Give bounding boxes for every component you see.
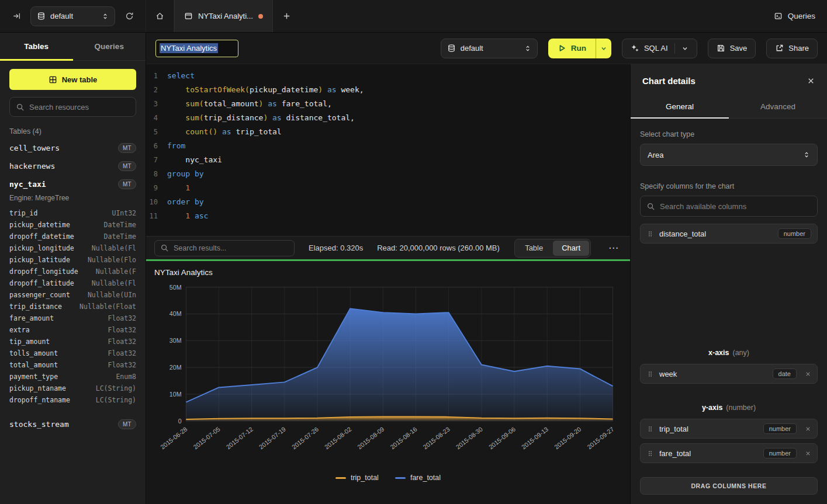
results-search-input[interactable] [174,244,289,252]
column-item-dropoff_latitude[interactable]: dropoff_latitude Nullable(Fl [9,277,136,289]
code-text: toStartOfWeek(pickup_datetime) as week, [167,83,364,97]
close-panel-button[interactable] [807,77,815,85]
svg-text:30M: 30M [169,337,182,344]
code-line[interactable]: 11 1 asc [146,209,630,223]
query-tab-nytaxi-analytics[interactable]: NYTaxi Analyti... [174,0,273,32]
column-item-pickup_ntaname[interactable]: pickup_ntaname LC(String) [9,383,136,394]
column-item-extra[interactable]: extra Float32 [9,324,136,336]
column-item-tip_amount[interactable]: tip_amount Float32 [9,336,136,347]
line-number: 6 [146,139,167,153]
drag-handle-icon[interactable] [646,425,654,433]
column-item-pickup_datetime[interactable]: pickup_datetime DateTime [9,219,136,231]
panel-tab-advanced[interactable]: Advanced [729,95,827,118]
column-chip-trip_total[interactable]: trip_total number [640,419,818,439]
share-button[interactable]: Share [766,39,818,58]
run-options-button[interactable] [596,39,611,58]
column-item-pickup_longitude[interactable]: pickup_longitude Nullable(Fl [9,242,136,254]
code-line[interactable]: 3 sum(total_amount) as fare_total, [146,97,630,111]
table-item-hackernews[interactable]: hackernews MT [0,157,146,175]
new-table-button[interactable]: New table [9,69,136,90]
legend-item-trip_total[interactable]: trip_total [335,474,379,482]
view-toggle-chart[interactable]: Chart [553,241,589,256]
sidebar-tab-tables[interactable]: Tables [0,33,73,60]
sidebar-search-input[interactable] [29,103,130,112]
code-line[interactable]: 5 count() as trip_total [146,125,630,139]
column-item-dropoff_ntaname[interactable]: dropoff_ntaname LC(String) [9,394,136,406]
column-item-pickup_latitude[interactable]: pickup_latitude Nullable(Flo [9,254,136,266]
code-line[interactable]: 10order by [146,195,630,209]
line-number: 2 [146,83,167,97]
code-line[interactable]: 9 1 [146,181,630,195]
more-options-button[interactable]: ⋯ [605,243,622,253]
collapse-sidebar-icon [12,12,21,20]
sidebar-tab-queries[interactable]: Queries [73,33,146,60]
legend-item-fare_total[interactable]: fare_total [395,474,441,482]
sql-editor[interactable]: 1select2 toStartOfWeek(pickup_datetime) … [146,64,630,236]
code-line[interactable]: 8group by [146,167,630,181]
view-toggle-table[interactable]: Table [516,241,552,256]
caret-down-icon [600,45,607,52]
query-title-input[interactable]: NYTaxi Analytics [155,40,238,57]
caret-down-icon [681,45,688,52]
save-button[interactable]: Save [708,39,756,58]
chart-canvas: 010M20M30M40M50M2015-06-282015-07-052015… [154,280,622,471]
column-item-dropoff_datetime[interactable]: dropoff_datetime DateTime [9,231,136,242]
code-line[interactable]: 4 sum(trip_distance) as distance_total, [146,111,630,125]
view-toggle: TableChart [514,239,591,258]
remove-column-button[interactable] [805,426,811,432]
home-tab[interactable] [146,0,174,32]
topbar-database-selector[interactable]: default [30,6,115,26]
remove-column-button[interactable] [805,450,811,457]
query-title-selected-text: NYTaxi Analytics [160,43,218,53]
column-item-tolls_amount[interactable]: tolls_amount Float32 [9,347,136,359]
code-line[interactable]: 6from [146,139,630,153]
column-item-trip_id[interactable]: trip_id UInt32 [9,207,136,219]
table-item-nyc_taxi[interactable]: nyc_taxi MT [0,175,146,193]
svg-text:2015-08-23: 2015-08-23 [421,425,451,450]
column-chip-fare_total[interactable]: fare_total number [640,443,818,463]
column-item-fare_amount[interactable]: fare_amount Float32 [9,312,136,324]
queries-button-label: Queries [788,12,815,20]
code-line[interactable]: 1select [146,69,630,83]
query-database-value: default [461,44,520,53]
run-button-group: Run [548,39,611,58]
line-number: 8 [146,167,167,181]
chart-type-select[interactable]: Area [640,144,818,166]
run-button[interactable]: Run [548,39,596,58]
code-line[interactable]: 7 nyc_taxi [146,153,630,167]
new-table-label: New table [62,75,98,84]
drag-handle-icon[interactable] [646,450,654,457]
type-badge: date [773,369,797,379]
chart-type-label: Select chart type [640,130,818,138]
column-chip-week[interactable]: week date [640,364,818,384]
code-text: 1 asc [167,209,208,223]
queries-button[interactable]: Queries [774,12,815,20]
drag-handle-icon[interactable] [646,370,654,378]
query-database-selector[interactable]: default [441,39,538,58]
remove-column-button[interactable] [805,371,811,377]
read-stats: Read: 20,000,000 rows (260.00 MB) [377,244,500,252]
column-item-passenger_count[interactable]: passenger_count Nullable(UIn [9,289,136,301]
drag-handle-icon[interactable] [646,230,654,238]
table-item-stocks_stream[interactable]: stocks_stream MT [0,415,146,433]
new-tab-button[interactable] [273,0,301,32]
panel-tabs: GeneralAdvanced [631,95,827,119]
table-item-cell_towers[interactable]: cell_towers MT [0,139,146,157]
refresh-button[interactable] [121,8,137,25]
svg-text:2015-09-13: 2015-09-13 [520,425,549,450]
sql-ai-button[interactable]: SQL AI [622,39,697,58]
legend-swatch [335,477,346,479]
collapse-sidebar-button[interactable] [8,8,25,25]
results-toolbar: Elapsed: 0.320s Read: 20,000,000 rows (2… [146,236,630,259]
code-line[interactable]: 2 toStartOfWeek(pickup_datetime) as week… [146,83,630,97]
column-item-dropoff_longitude[interactable]: dropoff_longitude Nullable(F [9,266,136,277]
column-item-payment_type[interactable]: payment_type Enum8 [9,371,136,383]
column-item-total_amount[interactable]: total_amount Float32 [9,359,136,371]
columns-search-input[interactable] [660,202,811,211]
column-item-trip_distance[interactable]: trip_distance Nullable(Float [9,301,136,312]
column-chip-distance_total[interactable]: distance_total number [640,224,818,244]
panel-tab-general[interactable]: General [631,95,729,118]
engine-badge: MT [118,419,136,429]
drop-zone[interactable]: DRAG COLUMNS HERE [640,477,818,495]
code-text: sum(total_amount) as fare_total, [167,97,332,111]
